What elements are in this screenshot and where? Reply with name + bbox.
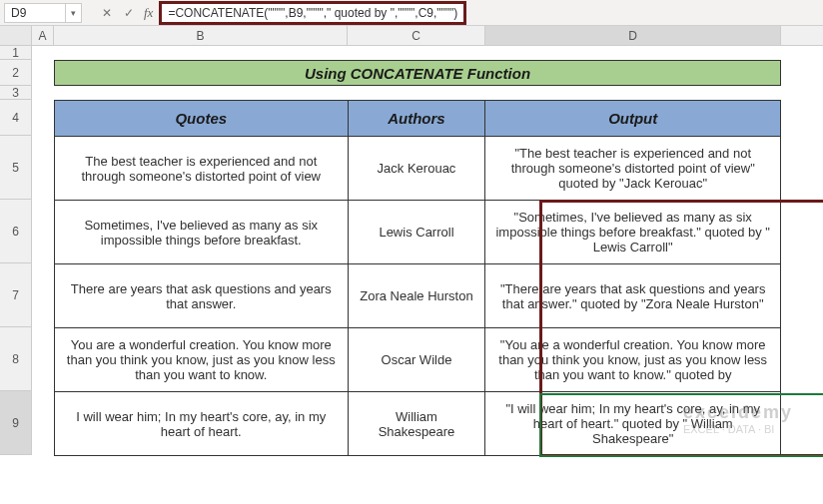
row-header-5[interactable]: 5	[0, 136, 32, 200]
cell-quote[interactable]: The best teacher is experienced and not …	[55, 137, 349, 201]
cell-author[interactable]: William Shakespeare	[348, 392, 485, 456]
name-box[interactable]: D9	[4, 3, 66, 23]
cell-output[interactable]: "You are a wonderful creation. You know …	[485, 328, 781, 392]
header-quotes[interactable]: Quotes	[55, 101, 349, 137]
row-header-1[interactable]: 1	[0, 46, 32, 60]
title-cell[interactable]: Using CONCATENATE Function	[54, 60, 781, 86]
col-header-D[interactable]: D	[485, 26, 781, 45]
grid-area[interactable]: Using CONCATENATE Function Quotes Author…	[32, 46, 823, 455]
name-box-dropdown[interactable]: ▾	[66, 3, 82, 23]
table-row: Sometimes, I've believed as many as six …	[55, 201, 781, 264]
enter-icon[interactable]: ✓	[124, 6, 134, 20]
row-header-9[interactable]: 9	[0, 391, 32, 455]
fx-icon[interactable]: fx	[144, 5, 153, 21]
cancel-icon[interactable]: ✕	[102, 6, 112, 20]
cell-quote[interactable]: You are a wonderful creation. You know m…	[55, 328, 349, 392]
header-output[interactable]: Output	[485, 101, 781, 137]
cell-quote[interactable]: I will wear him; In my heart's core, ay,…	[55, 392, 349, 456]
row-header-3[interactable]: 3	[0, 86, 32, 100]
col-header-A[interactable]: A	[32, 26, 54, 45]
header-authors[interactable]: Authors	[348, 101, 485, 137]
cell-author[interactable]: Jack Kerouac	[348, 137, 485, 201]
formula-bar-buttons: ✕ ✓	[102, 6, 134, 20]
col-header-C[interactable]: C	[348, 26, 485, 45]
cell-output[interactable]: "There are years that ask questions and …	[485, 264, 781, 328]
row-headers: 1 2 3 4 5 6 7 8 9	[0, 46, 32, 455]
col-header-B[interactable]: B	[54, 26, 348, 45]
row-header-7[interactable]: 7	[0, 263, 32, 327]
formula-input[interactable]: =CONCATENATE("""",B9,""""," quoted by ",…	[159, 3, 823, 23]
data-table: Quotes Authors Output The best teacher i…	[54, 100, 781, 456]
cell-author[interactable]: Lewis Carroll	[348, 201, 485, 264]
cell-author[interactable]: Oscar Wilde	[348, 328, 485, 392]
formula-bar-row: D9 ▾ ✕ ✓ fx =CONCATENATE("""",B9,""""," …	[0, 0, 823, 26]
table-row: You are a wonderful creation. You know m…	[55, 328, 781, 392]
row-header-2[interactable]: 2	[0, 60, 32, 86]
row-header-6[interactable]: 6	[0, 200, 32, 263]
table-row: The best teacher is experienced and not …	[55, 137, 781, 201]
worksheet: A B C D 1 2 3 4 5 6 7 8 9 Using CONCATEN…	[0, 26, 823, 455]
table-row: There are years that ask questions and y…	[55, 264, 781, 328]
column-headers: A B C D	[0, 26, 823, 46]
cell-output[interactable]: "Sometimes, I've believed as many as six…	[485, 201, 781, 264]
row-header-4[interactable]: 4	[0, 100, 32, 136]
row-header-8[interactable]: 8	[0, 327, 32, 391]
table-row: I will wear him; In my heart's core, ay,…	[55, 392, 781, 456]
select-all-corner[interactable]	[0, 26, 32, 45]
cell-author[interactable]: Zora Neale Hurston	[348, 264, 485, 328]
cell-quote[interactable]: Sometimes, I've believed as many as six …	[55, 201, 349, 264]
table-header-row: Quotes Authors Output	[55, 101, 781, 137]
formula-text: =CONCATENATE("""",B9,""""," quoted by ",…	[159, 1, 466, 25]
cell-quote[interactable]: There are years that ask questions and y…	[55, 264, 349, 328]
cell-output[interactable]: "The best teacher is experienced and not…	[485, 137, 781, 201]
cell-output[interactable]: "I will wear him; In my heart's core, ay…	[485, 392, 781, 456]
